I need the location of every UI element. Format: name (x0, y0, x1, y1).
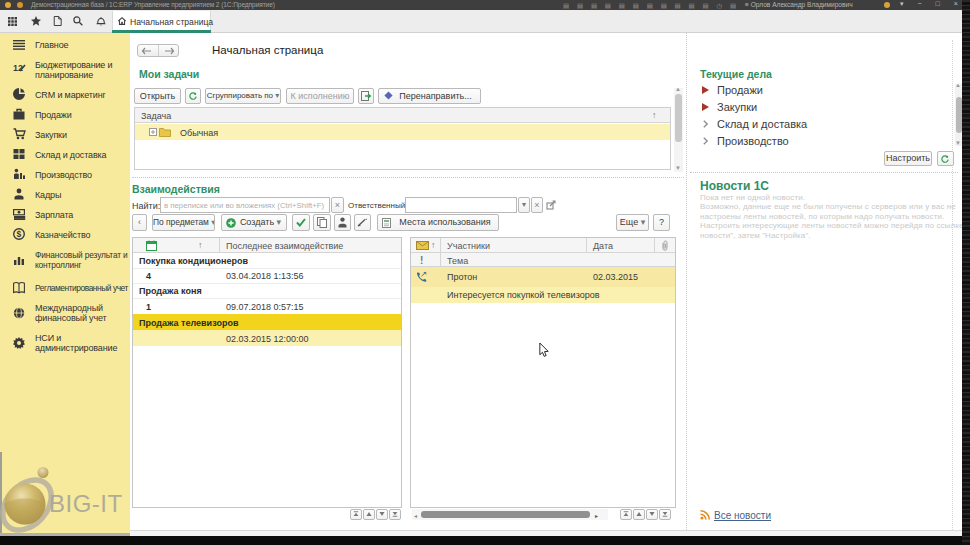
svg-text:$: $ (16, 229, 21, 239)
svg-text:BIG-IT: BIG-IT (49, 490, 123, 517)
